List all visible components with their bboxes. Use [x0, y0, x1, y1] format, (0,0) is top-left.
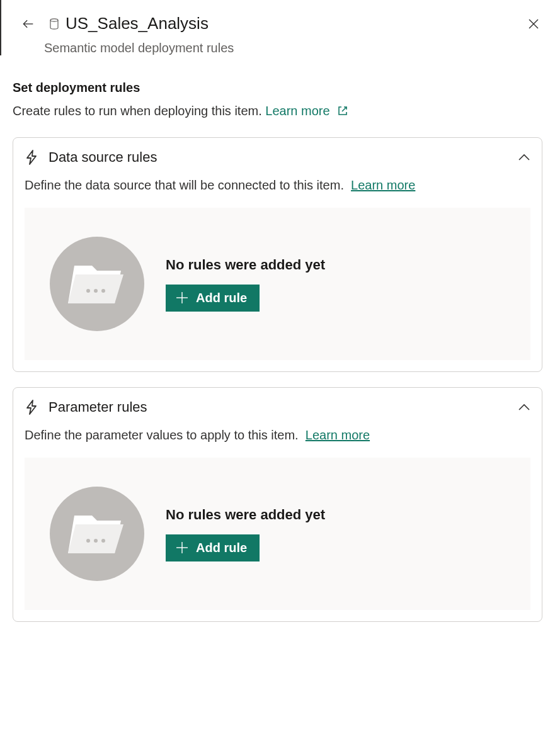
back-button[interactable]: [19, 15, 37, 33]
parameter-card-description: Define the parameter values to apply to …: [25, 428, 530, 443]
svg-point-8: [86, 289, 90, 293]
data-source-empty-state: No rules were added yet Add rule: [25, 208, 530, 360]
parameter-card-title: Parameter rules: [49, 399, 147, 415]
parameter-card-header[interactable]: Parameter rules: [25, 399, 530, 415]
add-rule-label: Add rule: [196, 291, 247, 305]
data-source-learn-more-link[interactable]: Learn more: [351, 178, 415, 192]
parameter-desc-text: Define the parameter values to apply to …: [25, 428, 299, 442]
empty-right: No rules were added yet Add rule: [166, 507, 325, 561]
svg-point-9: [94, 289, 98, 293]
lightning-icon: [25, 149, 38, 166]
svg-marker-5: [27, 150, 36, 164]
section-description: Create rules to run when deploying this …: [13, 104, 542, 120]
svg-line-4: [342, 107, 346, 111]
parameter-rules-card: Parameter rules Define the parameter val…: [13, 387, 542, 622]
parameter-learn-more-link[interactable]: Learn more: [306, 428, 370, 442]
header-left: US_Sales_Analysis: [19, 14, 209, 33]
lightning-icon: [25, 399, 38, 415]
add-rule-label: Add rule: [196, 541, 247, 555]
close-icon: [528, 18, 539, 30]
data-source-empty-title: No rules were added yet: [166, 257, 325, 273]
add-parameter-rule-button[interactable]: Add rule: [166, 534, 260, 561]
data-source-card-header[interactable]: Data source rules: [25, 149, 530, 166]
arrow-left-icon: [21, 18, 34, 30]
chevron-up-icon: [518, 154, 530, 161]
svg-point-10: [101, 289, 105, 293]
svg-marker-13: [27, 400, 36, 414]
svg-point-17: [94, 539, 98, 543]
panel-header: US_Sales_Analysis: [1, 0, 555, 38]
empty-right: No rules were added yet Add rule: [166, 257, 325, 312]
external-link-icon: [337, 105, 348, 119]
section-description-text: Create rules to run when deploying this …: [13, 104, 262, 118]
data-source-desc-text: Define the data source that will be conn…: [25, 178, 344, 192]
title-wrap: US_Sales_Analysis: [49, 14, 209, 33]
empty-folder-icon: [50, 487, 144, 581]
svg-point-1: [50, 18, 58, 21]
database-icon: [49, 18, 59, 30]
learn-more-link[interactable]: Learn more: [265, 104, 348, 118]
add-data-source-rule-button[interactable]: Add rule: [166, 285, 260, 312]
learn-more-text: Learn more: [265, 104, 329, 118]
data-source-card-title: Data source rules: [49, 149, 157, 166]
plus-icon: [176, 291, 188, 304]
close-button[interactable]: [525, 15, 542, 33]
parameter-empty-title: No rules were added yet: [166, 507, 325, 523]
chevron-up-icon: [518, 403, 530, 411]
card-header-left: Parameter rules: [25, 399, 147, 415]
section-heading: Set deployment rules: [13, 81, 542, 95]
svg-point-16: [86, 539, 90, 543]
parameter-empty-state: No rules were added yet Add rule: [25, 458, 530, 610]
panel-title: US_Sales_Analysis: [66, 14, 209, 33]
data-source-card-description: Define the data source that will be conn…: [25, 178, 530, 193]
data-source-rules-card: Data source rules Define the data source…: [13, 137, 542, 372]
card-header-left: Data source rules: [25, 149, 157, 166]
svg-point-18: [101, 539, 105, 543]
plus-icon: [176, 541, 188, 554]
empty-folder-icon: [50, 237, 144, 331]
panel-subtitle: Semantic model deployment rules: [44, 41, 555, 55]
